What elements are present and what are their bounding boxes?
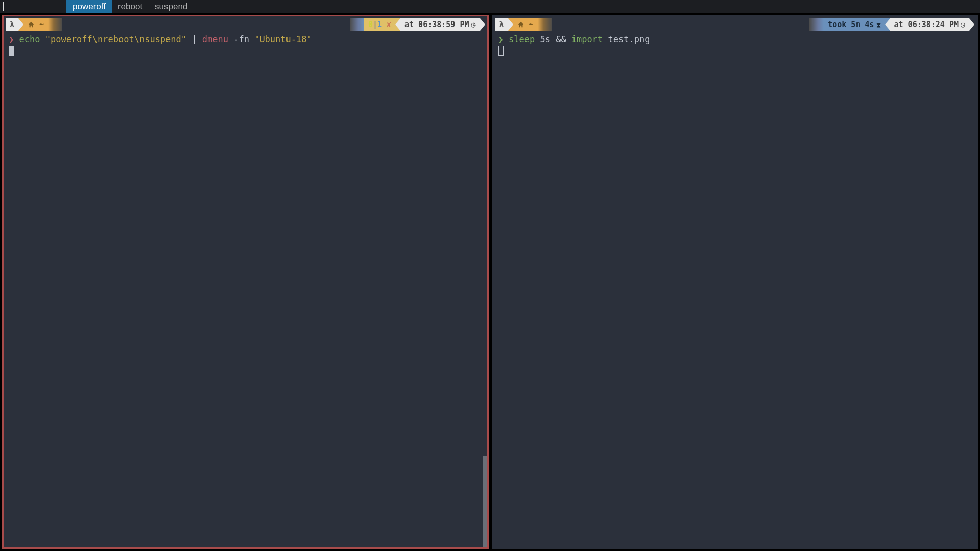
powerline-sep-icon — [508, 18, 513, 31]
cmd-token — [40, 34, 45, 44]
status-path-text: ~ — [529, 20, 534, 29]
dmenu-input[interactable] — [0, 0, 66, 13]
status-time-text: at 06:38:59 PM — [404, 20, 469, 29]
x-icon: ✘ — [387, 20, 391, 29]
status-lambda: λ — [495, 18, 508, 31]
cmd-token: import — [571, 34, 603, 44]
status-time: at 06:38:24 PM — [890, 18, 969, 31]
powerline-sep-icon — [18, 18, 23, 31]
status-spacer — [62, 18, 350, 31]
dmenu-bar[interactable]: poweroff reboot suspend — [0, 0, 980, 13]
dmenu-caret-icon — [3, 2, 4, 11]
dmenu-item-label: reboot — [118, 2, 142, 12]
dmenu-item-reboot[interactable]: reboot — [112, 0, 149, 13]
cmd-token: "poweroff\nreboot\nsuspend" — [45, 34, 186, 44]
powerline-sep-icon — [395, 18, 400, 31]
cmd-token: sleep — [509, 34, 535, 44]
lambda-icon: λ — [10, 20, 14, 29]
dmenu-item-label: suspend — [155, 2, 187, 12]
status-time-text: at 06:38:24 PM — [894, 20, 959, 29]
cmd-token: echo — [19, 34, 40, 44]
clock-icon — [469, 20, 475, 29]
home-icon — [28, 21, 35, 28]
dmenu-item-poweroff[interactable]: poweroff — [66, 0, 112, 13]
status-line: λ ~ took 5m 4s at 06:38:24 PM — [495, 18, 975, 31]
dmenu-item-suspend[interactable]: suspend — [149, 0, 194, 13]
powerline-fade-icon — [538, 18, 552, 31]
powerline-sep-icon — [480, 18, 485, 31]
hourglass-icon — [874, 20, 881, 29]
status-line: λ ~ 0|1 ✘ at 06:38:59 PM — [6, 18, 485, 31]
cmd-token: dmenu — [202, 34, 228, 44]
powerline-sep-icon — [969, 18, 974, 31]
prompt-char: ❯ — [498, 34, 504, 44]
scrollbar[interactable] — [483, 456, 487, 547]
prompt-char: ❯ — [9, 34, 14, 44]
terminal-body[interactable]: ❯ echo "poweroff\nreboot\nsuspend" | dme… — [9, 34, 482, 544]
powerline-fade-icon — [350, 18, 364, 31]
status-took: took 5m 4s — [824, 18, 885, 31]
exit-b: 1 — [377, 20, 382, 29]
workspace: λ ~ 0|1 ✘ at 06:38:59 PM ❯ echo "powerof… — [0, 13, 980, 551]
status-time: at 06:38:59 PM — [400, 18, 480, 31]
cmd-token: 5s — [535, 34, 556, 44]
status-spacer — [552, 18, 810, 31]
cmd-token: test.png — [603, 34, 650, 44]
powerline-sep-icon — [885, 18, 890, 31]
cmd-token: && — [556, 34, 566, 44]
lambda-icon: λ — [499, 20, 504, 29]
terminal-pane-left[interactable]: λ ~ 0|1 ✘ at 06:38:59 PM ❯ echo "powerof… — [2, 15, 489, 549]
cursor-icon — [9, 46, 14, 56]
cmd-token — [566, 34, 571, 44]
status-path-text: ~ — [39, 20, 44, 29]
exit-a: 0 — [368, 20, 373, 29]
status-path: ~ — [23, 18, 48, 31]
powerline-fade-icon — [809, 18, 824, 31]
cmd-token: "Ubuntu-18" — [254, 34, 312, 44]
status-exit-code: 0|1 ✘ — [364, 18, 395, 31]
cmd-token: -fn — [228, 34, 254, 44]
cmd-token: | — [186, 34, 202, 44]
home-icon — [517, 21, 524, 28]
status-lambda: λ — [6, 18, 18, 31]
terminal-body[interactable]: ❯ sleep 5s && import test.png — [498, 34, 972, 544]
status-took-text: took 5m 4s — [828, 20, 874, 29]
dmenu-item-label: poweroff — [73, 2, 106, 12]
cursor-icon — [498, 46, 504, 56]
powerline-fade-icon — [48, 18, 62, 31]
status-path: ~ — [513, 18, 538, 31]
clock-icon — [959, 20, 965, 29]
terminal-pane-right[interactable]: λ ~ took 5m 4s at 06:38:24 PM ❯ sleep 5s… — [492, 15, 978, 549]
